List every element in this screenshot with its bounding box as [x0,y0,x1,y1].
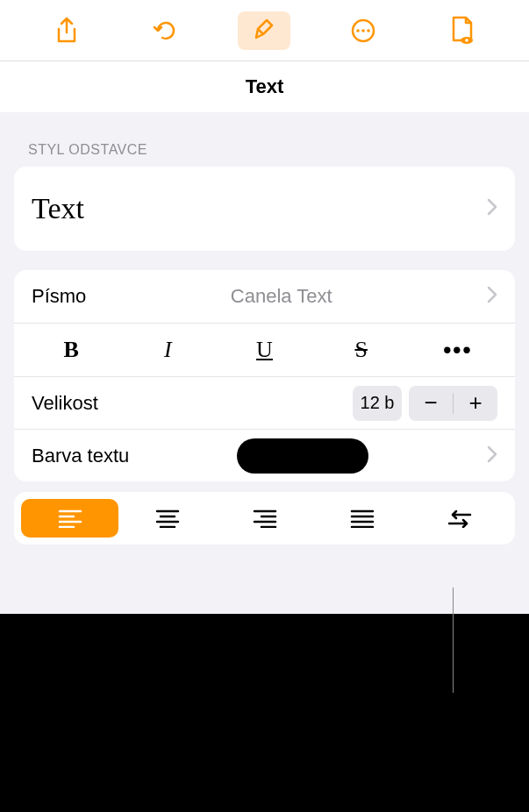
format-panel: Text Styl odstavce Text Písmo Canela Tex… [0,0,529,614]
undo-button[interactable] [139,11,192,50]
align-left-button[interactable] [21,499,118,538]
panel-content: Styl odstavce Text Písmo Canela Text B I [0,112,529,559]
paragraph-style-value: Text [32,192,84,225]
paragraph-style-row[interactable]: Text [14,167,515,251]
svg-point-3 [367,29,370,32]
size-controls: 12 b − + [353,386,497,421]
align-justify-icon [350,509,375,528]
format-brush-button[interactable] [238,11,290,50]
font-card: Písmo Canela Text B I U S ••• Velikost 1… [14,270,515,481]
align-left-icon [58,509,82,528]
align-justify-button[interactable] [313,499,411,538]
panel-title-text: Text [246,75,284,98]
font-label: Písmo [32,285,86,308]
align-right-icon [253,509,277,528]
more-button[interactable] [337,11,390,50]
align-center-icon [155,509,180,528]
chevron-right-icon [487,198,497,219]
more-styles-button[interactable]: ••• [410,324,506,376]
panel-title: Text [0,61,529,112]
paragraph-style-card: Text [14,167,515,251]
size-label: Velikost [32,392,98,415]
document-settings-button[interactable] [436,11,489,50]
svg-point-5 [465,39,468,42]
font-value: Canela Text [231,285,332,308]
document-eye-icon [450,16,475,46]
underline-button[interactable]: U [216,324,312,376]
italic-button[interactable]: I [119,324,216,376]
text-color-row[interactable]: Barva textu [14,429,515,481]
align-center-button[interactable] [118,499,216,538]
size-decrease-button[interactable]: − [409,386,453,421]
text-color-label: Barva textu [32,445,129,467]
svg-point-2 [361,29,365,32]
callout-line [453,588,454,693]
more-circle-icon [350,18,376,44]
alignment-row [14,492,515,545]
text-direction-button[interactable] [411,499,508,538]
size-stepper: − + [409,386,497,421]
text-style-row: B I U S ••• [14,323,515,376]
align-right-button[interactable] [216,499,313,538]
strikethrough-button[interactable]: S [313,324,410,376]
font-row[interactable]: Písmo Canela Text [14,270,515,323]
svg-point-1 [356,29,360,32]
text-direction-icon [447,509,472,528]
size-value[interactable]: 12 b [353,386,402,421]
chevron-right-icon [487,286,497,307]
size-increase-button[interactable]: + [454,386,497,421]
undo-icon [153,18,179,44]
top-toolbar [0,0,529,61]
size-row: Velikost 12 b − + [14,376,515,429]
brush-icon [251,17,277,45]
section-label-paragraph: Styl odstavce [28,142,515,158]
chevron-right-icon [487,445,497,467]
bold-button[interactable]: B [23,324,119,376]
share-button[interactable] [40,11,93,50]
share-icon [55,17,78,45]
color-swatch [237,438,368,474]
